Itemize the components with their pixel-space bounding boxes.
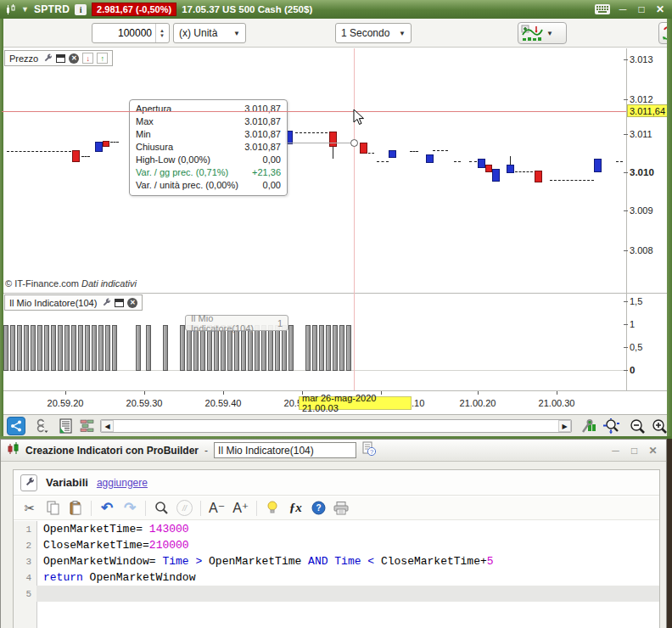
axis-label: 1 (630, 319, 635, 329)
tooltip-row: Min3.010,87 (136, 128, 281, 141)
symbol-dropdown-icon[interactable]: ▼ (21, 5, 29, 14)
time-tick (557, 391, 557, 395)
move-down-icon[interactable]: ↓ (82, 53, 93, 64)
chart-settings-icon (581, 418, 596, 434)
price-dash (368, 153, 374, 154)
info-icon[interactable]: i (75, 4, 87, 15)
cut-button[interactable]: ✂ (22, 500, 37, 517)
tip-button[interactable] (265, 500, 280, 517)
detach-window-icon[interactable] (115, 299, 124, 307)
price-dash (410, 151, 418, 152)
close-panel-icon[interactable]: ✕ (69, 53, 79, 64)
quantity-input[interactable] (92, 27, 155, 39)
price-dash (295, 132, 328, 133)
wrench-icon[interactable] (42, 53, 53, 64)
indicator-name-input[interactable] (214, 442, 356, 458)
quantity-stepper[interactable]: ▲▼ (155, 24, 168, 42)
current-price-line (2, 111, 626, 112)
variables-row: Variabili aggiungere (14, 470, 659, 496)
hovered-point-marker (350, 139, 358, 147)
price-change-badge: 2.981,67 (-0,50%) (92, 3, 176, 16)
axis-label: 3.008 (630, 245, 653, 255)
chart-plot-area[interactable]: Prezzo ✕ ↓ ↑ Il Mio Indicatore(104) ✕ 3.… (0, 48, 672, 414)
tooltip-row: Var. / gg prec. (0,71%)+21,36 (136, 166, 281, 179)
zoom-out-button[interactable] (628, 418, 647, 435)
news-button[interactable] (56, 418, 75, 435)
search-button[interactable] (154, 500, 169, 517)
wrench-icon[interactable] (100, 297, 111, 308)
desktop-background (667, 439, 672, 628)
line-number: 3 (14, 557, 36, 567)
tooltip-row: Max3.010,87 (136, 115, 281, 128)
help-button[interactable]: ? (311, 500, 326, 517)
share-button[interactable] (7, 417, 25, 435)
code-line: 3OpenMarketWindow= Time > OpenMarketTime… (14, 553, 659, 569)
histogram-bar (92, 325, 97, 371)
detach-window-icon[interactable] (56, 54, 65, 63)
axis-tick (624, 99, 628, 100)
chart-type-icon (521, 25, 543, 42)
paste-button[interactable] (68, 500, 83, 517)
increase-font-button[interactable]: A⁺ (232, 500, 249, 517)
copy-button[interactable] (45, 500, 60, 517)
tooltip-row: Var. / unità prec. (0,00%)0,00 (136, 179, 281, 192)
link-tool-button[interactable] (32, 418, 51, 435)
axis-tick (624, 172, 628, 173)
candlestick (329, 132, 337, 147)
histogram-bar (10, 325, 15, 371)
help-doc-icon[interactable]: ? (362, 441, 376, 460)
timeframe-select[interactable]: 1 Secondo▼ (335, 23, 412, 43)
maximize-button[interactable]: □ (635, 3, 648, 15)
move-up-icon[interactable]: ↑ (97, 53, 108, 64)
time-label: 21.00.30 (539, 398, 575, 408)
variables-settings-button[interactable] (20, 474, 37, 491)
close-button[interactable]: ✕ (653, 3, 667, 15)
chart-type-button[interactable]: ▼ (518, 22, 567, 44)
price-dash (616, 161, 623, 162)
crosshair-time-tag: mar 26-mag-2020 21.00.03 (299, 396, 412, 410)
scroll-left-arrow[interactable]: ◀ (101, 420, 114, 432)
axis-tick (624, 347, 628, 348)
time-label: .10 (412, 398, 424, 408)
histogram-bar (319, 325, 324, 371)
probuilder-title: Creazione Indicatori con ProBuilder (25, 445, 199, 457)
svg-text:?: ? (370, 448, 373, 456)
market-depth-button[interactable] (78, 418, 97, 435)
price-dash (81, 156, 90, 157)
zoom-fit-button[interactable] (601, 418, 623, 435)
print-button[interactable] (333, 500, 349, 517)
wrench-icon (24, 477, 35, 488)
code-editor[interactable]: 1OpenMarketTime= 1430002CloseMarketTime=… (14, 521, 659, 628)
time-tick (223, 391, 224, 395)
histogram-bar (78, 325, 83, 371)
decrease-font-button[interactable]: A⁻ (209, 500, 225, 517)
time-tick (478, 391, 479, 395)
price-dash (110, 142, 119, 143)
quantity-field[interactable]: ▲▼ (92, 23, 170, 43)
axis-tick (624, 370, 628, 371)
undo-button[interactable]: ↶ (99, 500, 115, 517)
horizontal-scrollbar[interactable]: ◀ ▶ (100, 419, 572, 433)
close-button[interactable]: ✕ (647, 445, 659, 457)
histogram-bar (326, 325, 331, 371)
minimize-button[interactable]: ─ (616, 3, 630, 15)
add-variable-link[interactable]: aggiungere (97, 477, 148, 489)
minimize-button[interactable]: ─ (609, 445, 622, 457)
tooltip-row: High-Low (0,00%)0,00 (136, 154, 281, 166)
unit-select[interactable]: (x) Unità▼ (173, 23, 246, 43)
comment-toggle-button[interactable]: // (176, 500, 193, 516)
close-panel-icon[interactable]: ✕ (127, 298, 137, 308)
variables-label: Variabili (46, 476, 88, 489)
insert-function-button[interactable]: ƒx (288, 500, 303, 517)
redo-button[interactable]: ↷ (122, 500, 137, 517)
zoom-fit-icon (602, 418, 621, 435)
scroll-right-arrow[interactable]: ▶ (558, 420, 571, 432)
axis-label: 3.012 (630, 94, 653, 104)
keyboard-icon[interactable] (594, 4, 611, 15)
zoom-in-button[interactable] (650, 418, 669, 435)
histogram-bar (98, 325, 104, 371)
chart-settings-button[interactable] (579, 418, 597, 435)
axis-label: 3.009 (630, 205, 653, 216)
chart-window: ▼ SPTRD i 2.981,67 (-0,50%) 17.05.37 US … (0, 0, 672, 439)
maximize-button[interactable]: □ (628, 445, 641, 457)
